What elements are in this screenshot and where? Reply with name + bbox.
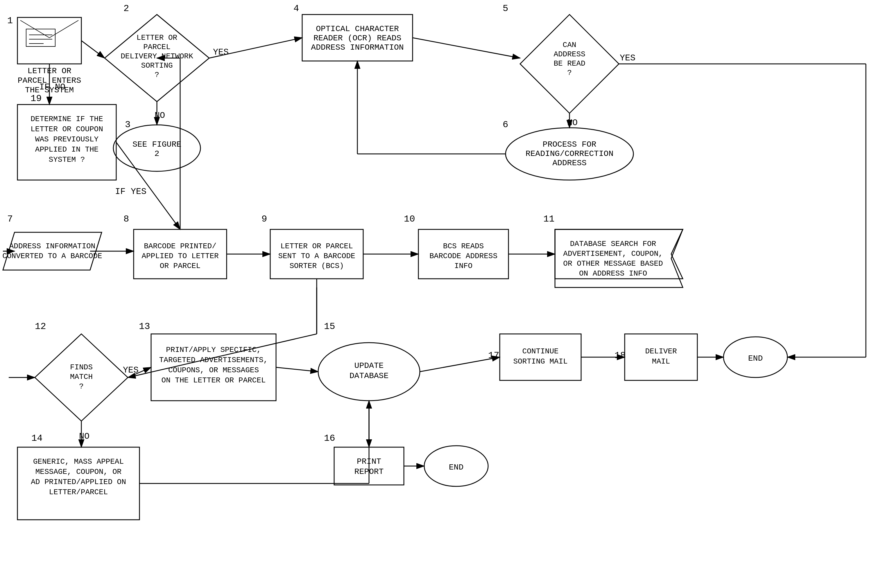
svg-text:LETTER OR: LETTER OR xyxy=(137,33,177,42)
node-13: 13 PRINT/APPLY SPECIFIC, TARGETED ADVERT… xyxy=(139,321,276,401)
svg-text:12: 12 xyxy=(35,321,46,332)
svg-text:ADDRESS: ADDRESS xyxy=(552,159,587,168)
end-oval-1: END xyxy=(424,446,488,486)
node-16: 16 PRINT REPORT xyxy=(324,433,404,485)
node-4: 4 OPTICAL CHARACTER READER (OCR) READS A… xyxy=(293,3,412,61)
svg-text:YES: YES xyxy=(213,47,229,57)
svg-text:15: 15 xyxy=(324,321,335,332)
svg-text:SORTER (BCS): SORTER (BCS) xyxy=(289,262,344,270)
node-8: 8 BARCODE PRINTED/ APPLIED TO LETTER OR … xyxy=(123,214,227,279)
svg-text:8: 8 xyxy=(123,214,129,225)
node-12: 12 FINDS MATCH ? xyxy=(9,321,128,421)
svg-text:?: ? xyxy=(155,70,159,79)
svg-text:SORTING MAIL: SORTING MAIL xyxy=(513,357,567,366)
svg-text:SYSTEM ?: SYSTEM ? xyxy=(49,155,85,164)
node-10: 10 BCS READS BARCODE ADDRESS INFO xyxy=(404,214,508,279)
svg-text:?: ? xyxy=(79,382,84,391)
svg-text:DATABASE: DATABASE xyxy=(349,371,388,380)
svg-text:END: END xyxy=(748,354,763,363)
svg-text:IF NO: IF NO xyxy=(39,82,65,92)
svg-text:18: 18 xyxy=(615,350,626,361)
svg-text:9: 9 xyxy=(262,214,267,225)
svg-text:3: 3 xyxy=(125,119,131,130)
svg-text:PROCESS FOR: PROCESS FOR xyxy=(543,140,597,149)
node-14: 14 GENERIC, MASS APPEAL MESSAGE, COUPON,… xyxy=(17,433,140,520)
svg-text:LETTER/PARCEL: LETTER/PARCEL xyxy=(49,488,108,496)
svg-text:2: 2 xyxy=(123,3,129,14)
svg-text:NO: NO xyxy=(567,118,578,128)
svg-text:TARGETED ADVERTISEMENTS,: TARGETED ADVERTISEMENTS, xyxy=(159,356,268,364)
svg-text:OR PARCEL: OR PARCEL xyxy=(160,262,200,270)
svg-text:GENERIC, MASS APPEAL: GENERIC, MASS APPEAL xyxy=(33,458,124,466)
svg-text:4: 4 xyxy=(293,3,299,14)
svg-text:14: 14 xyxy=(32,433,42,444)
svg-text:11: 11 xyxy=(543,214,554,225)
svg-text:MATCH: MATCH xyxy=(70,372,93,381)
svg-text:BE READ: BE READ xyxy=(554,59,585,68)
svg-text:CONVERTED TO A BARCODE: CONVERTED TO A BARCODE xyxy=(2,252,102,261)
svg-text:LETTER OR PARCEL: LETTER OR PARCEL xyxy=(280,242,353,250)
end-oval-2: END xyxy=(724,337,787,378)
node-15: 15 UPDATE DATABASE xyxy=(318,321,420,401)
svg-marker-47 xyxy=(3,232,102,270)
svg-line-143 xyxy=(420,357,500,372)
svg-text:?: ? xyxy=(567,69,572,77)
svg-text:OR OTHER MESSAGE BASED: OR OTHER MESSAGE BASED xyxy=(563,259,663,268)
svg-text:NO: NO xyxy=(79,432,89,441)
svg-text:BARCODE ADDRESS: BARCODE ADDRESS xyxy=(429,252,498,261)
svg-text:NO: NO xyxy=(155,111,165,120)
svg-text:ADDRESS: ADDRESS xyxy=(554,50,585,58)
svg-text:7: 7 xyxy=(7,214,13,225)
svg-text:19: 19 xyxy=(30,93,42,104)
svg-text:YES: YES xyxy=(123,365,138,375)
svg-text:MESSAGE, COUPON, OR: MESSAGE, COUPON, OR xyxy=(35,468,122,476)
svg-text:SEE FIGURE: SEE FIGURE xyxy=(132,140,181,149)
svg-text:ON THE LETTER OR PARCEL: ON THE LETTER OR PARCEL xyxy=(161,376,266,385)
svg-text:BARCODE PRINTED/: BARCODE PRINTED/ xyxy=(144,242,217,250)
svg-text:DELIVER: DELIVER xyxy=(645,347,677,356)
svg-text:APPLIED TO LETTER: APPLIED TO LETTER xyxy=(141,252,218,261)
node-11: 11 DATABASE SEARCH FOR ADVERTISEMENT, CO… xyxy=(543,214,683,288)
svg-text:AD PRINTED/APPLIED ON: AD PRINTED/APPLIED ON xyxy=(31,478,126,486)
node-5: 5 CAN ADDRESS BE READ ? xyxy=(502,3,619,113)
svg-text:CONTINUE: CONTINUE xyxy=(522,347,559,356)
svg-text:1: 1 xyxy=(7,15,13,26)
svg-text:UPDATE: UPDATE xyxy=(355,361,384,370)
svg-text:6: 6 xyxy=(502,119,508,130)
svg-text:ADDRESS INFORMATION: ADDRESS INFORMATION xyxy=(9,242,95,250)
svg-text:ON ADDRESS INFO: ON ADDRESS INFO xyxy=(579,269,647,278)
flowchart-diagram: 1 LETTER OR PARCEL ENTERS THE SYSTEM 2 L… xyxy=(0,0,883,588)
svg-text:DETERMINE IF THE: DETERMINE IF THE xyxy=(30,115,103,123)
svg-text:5: 5 xyxy=(502,3,508,14)
svg-text:WAS PREVIOUSLY: WAS PREVIOUSLY xyxy=(35,135,99,144)
svg-text:SENT TO A BARCODE: SENT TO A BARCODE xyxy=(278,252,355,261)
svg-text:DELIVERY NETWORK: DELIVERY NETWORK xyxy=(120,52,193,61)
svg-text:17: 17 xyxy=(488,350,499,361)
svg-text:PARCEL: PARCEL xyxy=(143,43,170,51)
svg-line-111 xyxy=(81,40,105,58)
svg-text:READER (OCR) READS: READER (OCR) READS xyxy=(313,34,401,43)
svg-text:13: 13 xyxy=(139,321,150,332)
svg-text:OPTICAL CHARACTER: OPTICAL CHARACTER xyxy=(316,24,399,33)
node-9: 9 LETTER OR PARCEL SENT TO A BARCODE SOR… xyxy=(262,214,363,279)
svg-text:APPLIED IN THE: APPLIED IN THE xyxy=(35,145,98,154)
node-19: 19 DETERMINE IF THE LETTER OR COUPON WAS… xyxy=(17,93,116,180)
node-17: 17 CONTINUE SORTING MAIL xyxy=(488,334,581,380)
svg-text:10: 10 xyxy=(404,214,415,225)
svg-text:LETTER OR COUPON: LETTER OR COUPON xyxy=(30,125,103,134)
svg-text:IF YES: IF YES xyxy=(115,187,146,196)
svg-text:16: 16 xyxy=(324,433,335,444)
svg-text:FINDS: FINDS xyxy=(70,363,93,372)
node-6: 6 PROCESS FOR READING/CORRECTION ADDRESS xyxy=(502,119,633,180)
svg-text:2: 2 xyxy=(155,149,159,158)
svg-text:READING/CORRECTION: READING/CORRECTION xyxy=(526,149,613,158)
node-18: 18 DELIVER MAIL xyxy=(615,334,697,380)
node-2: 2 LETTER OR PARCEL DELIVERY NETWORK SORT… xyxy=(105,3,209,102)
svg-text:ADDRESS INFORMATION: ADDRESS INFORMATION xyxy=(311,43,403,52)
svg-text:SORTING: SORTING xyxy=(141,61,173,70)
svg-text:INFO: INFO xyxy=(454,262,472,270)
svg-text:CAN: CAN xyxy=(563,40,576,50)
svg-line-138 xyxy=(276,368,318,372)
svg-text:COUPONS, OR MESSAGES: COUPONS, OR MESSAGES xyxy=(168,366,259,375)
svg-text:BCS READS: BCS READS xyxy=(443,242,484,250)
